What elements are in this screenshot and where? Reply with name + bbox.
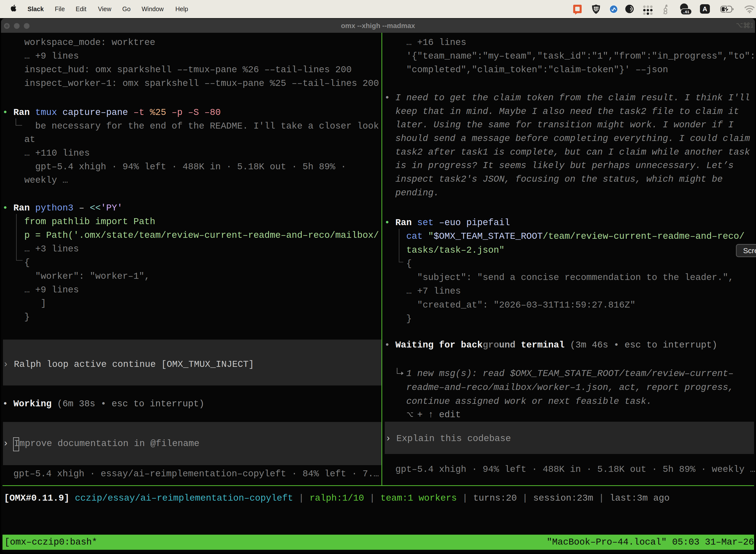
svg-text:1: 1 <box>750 22 753 29</box>
svg-text:..61: ..61 <box>683 10 690 14</box>
